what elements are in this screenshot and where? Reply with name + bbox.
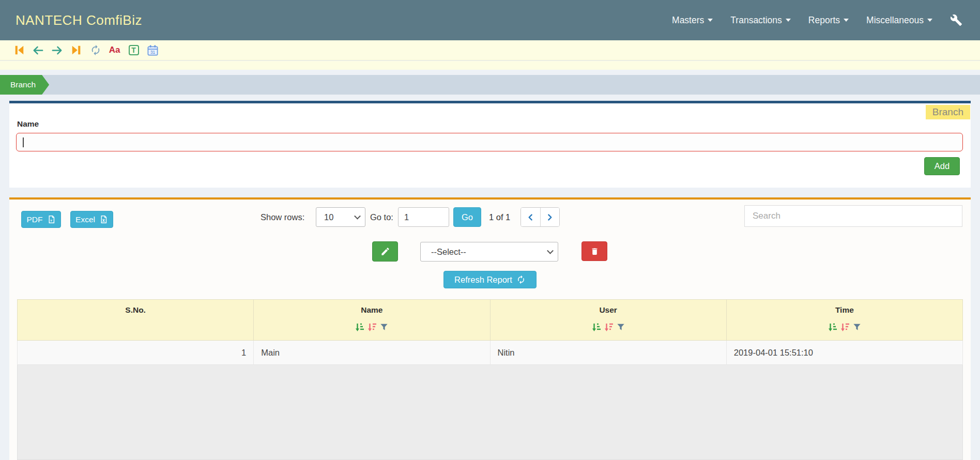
show-rows-label: Show rows:: [261, 212, 304, 222]
toolbar-spacer: [0, 61, 980, 70]
sort-descending-icon[interactable]: [840, 323, 850, 332]
refresh-icon[interactable]: [89, 44, 101, 56]
report-panel: PDF Excel Show rows: 10 Go to: Go 1 of 1…: [9, 200, 971, 460]
chevron-right-icon: [545, 213, 554, 222]
add-button[interactable]: Add: [924, 157, 960, 175]
branch-table: S.No. Name User: [17, 299, 963, 365]
edit-button[interactable]: [372, 241, 398, 262]
page-status: 1 of 1: [489, 212, 510, 222]
breadcrumb-bar: Branch: [0, 75, 980, 95]
pdf-file-icon: [47, 215, 56, 224]
previous-icon[interactable]: [32, 44, 44, 56]
goto-label: Go to:: [370, 212, 393, 222]
chevron-down-icon: [354, 213, 361, 220]
search-input[interactable]: [744, 205, 962, 227]
cell-time: 2019-04-01 15:51:10: [726, 341, 962, 365]
chevron-down-icon: [708, 19, 713, 22]
column-header-name: Name: [254, 300, 490, 341]
first-record-icon[interactable]: [13, 44, 25, 56]
name-label: Name: [17, 119, 39, 129]
app-header: NANTECH ComfiBiz Masters Transactions Re…: [0, 0, 980, 40]
name-input[interactable]: [16, 133, 963, 151]
chevron-down-icon: [927, 19, 932, 22]
pdf-export-button[interactable]: PDF: [21, 211, 61, 228]
chevron-left-icon: [526, 213, 535, 222]
column-header-sno: S.No.: [18, 300, 254, 341]
text-box-icon[interactable]: T: [128, 44, 140, 56]
refresh-icon: [516, 275, 526, 284]
cell-sno: 1: [18, 341, 254, 365]
go-button[interactable]: Go: [453, 207, 481, 227]
record-select[interactable]: --Select--: [420, 242, 558, 262]
trash-icon: [590, 247, 599, 256]
chevron-down-icon: [547, 248, 554, 254]
pencil-icon: [380, 247, 390, 256]
previous-page-button[interactable]: [521, 208, 541, 226]
column-header-time: Time: [726, 300, 962, 341]
app-title: NANTECH ComfiBiz: [16, 12, 142, 28]
table-empty-area: [17, 365, 963, 460]
delete-button[interactable]: [581, 241, 607, 261]
sort-ascending-icon[interactable]: [592, 323, 601, 332]
column-header-user: User: [490, 300, 726, 341]
record-toolbar: Aa T 31: [0, 40, 980, 60]
last-record-icon[interactable]: [70, 44, 82, 56]
nav-miscellaneous[interactable]: Miscellaneous: [866, 15, 932, 26]
pager: [520, 207, 560, 227]
panel-title-badge: Branch: [926, 105, 970, 119]
filter-icon[interactable]: [617, 323, 625, 331]
excel-export-button[interactable]: Excel: [70, 211, 113, 228]
goto-page-input[interactable]: [398, 207, 449, 227]
refresh-report-button[interactable]: Refresh Report: [443, 271, 537, 288]
next-icon[interactable]: [51, 44, 63, 56]
wrench-icon[interactable]: [950, 14, 962, 26]
font-case-icon[interactable]: Aa: [109, 44, 120, 56]
nav-reports[interactable]: Reports: [808, 15, 849, 26]
svg-text:31: 31: [150, 50, 156, 54]
nav-transactions[interactable]: Transactions: [730, 15, 791, 26]
text-cursor: [23, 137, 24, 147]
filter-icon[interactable]: [853, 323, 861, 331]
table-row: 1 Main Nitin 2019-04-01 15:51:10: [18, 341, 963, 365]
chevron-down-icon: [844, 19, 849, 22]
next-page-button[interactable]: [541, 208, 560, 226]
sort-descending-icon[interactable]: [368, 323, 377, 332]
sort-ascending-icon[interactable]: [355, 323, 364, 332]
breadcrumb-branch[interactable]: Branch: [0, 75, 49, 95]
branch-form-panel: Branch Name Add: [9, 101, 971, 188]
sort-descending-icon[interactable]: [604, 323, 614, 332]
calendar-icon[interactable]: 31: [147, 44, 159, 56]
main-nav: Masters Transactions Reports Miscellaneo…: [672, 14, 962, 26]
chevron-down-icon: [786, 19, 791, 22]
cell-name: Main: [254, 341, 490, 365]
excel-file-icon: [99, 215, 108, 224]
filter-icon[interactable]: [380, 323, 388, 331]
sort-ascending-icon[interactable]: [828, 323, 837, 332]
nav-masters[interactable]: Masters: [672, 15, 713, 26]
cell-user: Nitin: [490, 341, 726, 365]
show-rows-select[interactable]: 10: [316, 207, 365, 227]
